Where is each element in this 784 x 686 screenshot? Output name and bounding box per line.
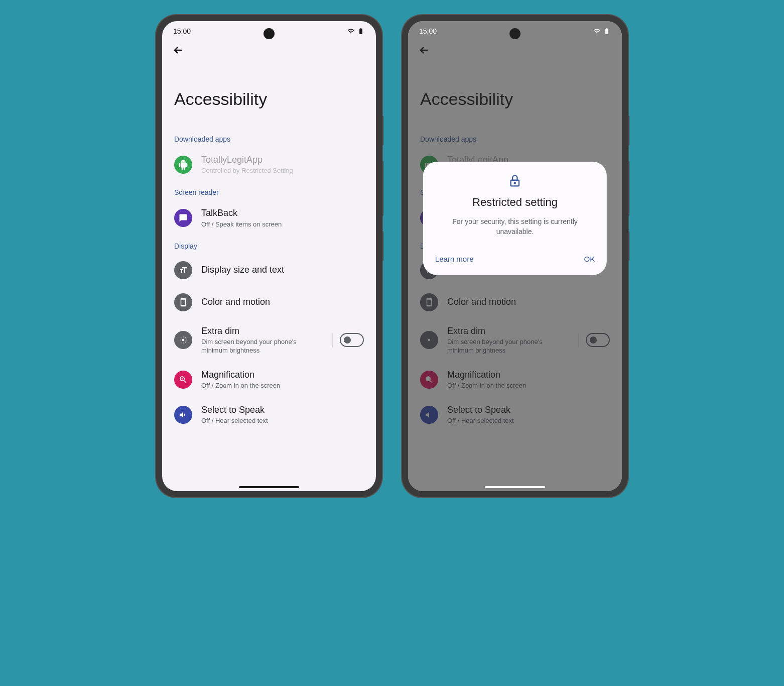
item-title: Extra dim bbox=[201, 325, 320, 337]
item-subtitle: Controlled by Restricted Setting bbox=[201, 167, 364, 175]
list-item-magnification[interactable]: Magnification Off / Zoom in on the scree… bbox=[162, 362, 376, 397]
item-title: Select to Speak bbox=[201, 404, 364, 416]
phone-right: 15:00 Accessibility Downloaded apps Tota… bbox=[402, 15, 628, 497]
battery-icon bbox=[603, 28, 611, 35]
side-button bbox=[382, 161, 383, 216]
toggle-thumb bbox=[344, 336, 351, 344]
item-title: TalkBack bbox=[201, 207, 364, 219]
camera-notch bbox=[264, 28, 275, 39]
dialog-title: Restricted setting bbox=[435, 196, 595, 209]
side-button bbox=[628, 231, 629, 261]
svg-point-0 bbox=[182, 339, 185, 341]
extra-dim-toggle[interactable] bbox=[340, 333, 364, 347]
item-title: TotallyLegitApp bbox=[201, 154, 364, 166]
side-button bbox=[382, 231, 383, 261]
dialog-body: For your security, this setting is curre… bbox=[435, 217, 595, 237]
item-subtitle: Off / Zoom in on the screen bbox=[201, 382, 364, 390]
list-item-totallylegitapp[interactable]: TotallyLegitApp Controlled by Restricted… bbox=[162, 147, 376, 182]
side-button bbox=[382, 116, 383, 146]
section-display: Display bbox=[162, 236, 376, 254]
learn-more-button[interactable]: Learn more bbox=[435, 255, 474, 263]
status-time: 15:00 bbox=[173, 27, 191, 35]
phone-icon bbox=[174, 293, 192, 311]
home-indicator[interactable] bbox=[485, 486, 545, 488]
home-indicator[interactable] bbox=[239, 486, 299, 488]
wifi-icon bbox=[347, 28, 355, 35]
lock-icon bbox=[435, 174, 595, 188]
status-time: 15:00 bbox=[419, 27, 437, 35]
screen: 15:00 Accessibility Downloaded apps Tota… bbox=[162, 21, 376, 491]
list-item-talkback[interactable]: TalkBack Off / Speak items on screen bbox=[162, 200, 376, 236]
page-title: Accessibility bbox=[162, 64, 376, 129]
phone-left: 15:00 Accessibility Downloaded apps Tota… bbox=[156, 15, 382, 497]
android-app-icon bbox=[174, 156, 192, 174]
battery-icon bbox=[357, 28, 365, 35]
talkback-icon bbox=[174, 209, 192, 227]
side-button bbox=[628, 116, 629, 146]
item-title: Display size and text bbox=[201, 264, 364, 276]
ok-button[interactable]: OK bbox=[584, 255, 595, 263]
screen: 15:00 Accessibility Downloaded apps Tota… bbox=[408, 21, 622, 491]
side-button bbox=[628, 161, 629, 216]
speaker-icon bbox=[174, 406, 192, 424]
item-title: Magnification bbox=[201, 369, 364, 381]
back-arrow-icon[interactable] bbox=[172, 44, 184, 56]
text-size-icon bbox=[174, 261, 192, 279]
toolbar bbox=[162, 38, 376, 64]
status-bar: 15:00 bbox=[408, 21, 622, 38]
list-item-select-to-speak[interactable]: Select to Speak Off / Hear selected text bbox=[162, 397, 376, 432]
restricted-setting-dialog: Restricted setting For your security, th… bbox=[423, 162, 607, 275]
svg-point-3 bbox=[514, 183, 515, 184]
item-subtitle: Off / Hear selected text bbox=[201, 417, 364, 425]
zoom-icon bbox=[174, 371, 192, 389]
list-item-extra-dim[interactable]: Extra dim Dim screen beyond your phone's… bbox=[162, 318, 376, 362]
section-downloaded-apps: Downloaded apps bbox=[162, 129, 376, 147]
item-subtitle: Dim screen beyond your phone's minimum b… bbox=[201, 338, 320, 355]
wifi-icon bbox=[593, 28, 601, 35]
item-subtitle: Off / Speak items on screen bbox=[201, 220, 364, 229]
list-item-color-motion[interactable]: Color and motion bbox=[162, 286, 376, 318]
item-title: Color and motion bbox=[201, 296, 364, 308]
brightness-icon bbox=[174, 331, 192, 349]
section-screen-reader: Screen reader bbox=[162, 182, 376, 200]
list-item-display-size[interactable]: Display size and text bbox=[162, 254, 376, 286]
